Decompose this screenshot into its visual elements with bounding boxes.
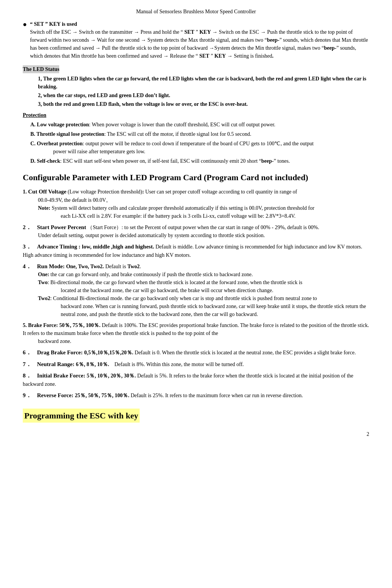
config-item-9: 9． Reverse Force: 25％, 50％, 75％, 100％. D… [23, 391, 369, 400]
protection-label-c: C. Overheat protection [30, 141, 83, 146]
config-num-3: 3． Advance Timing : low, middle ,high an… [23, 244, 154, 250]
config-num-8: 8． Initial Brake Force: 5％, 10％, 20％, 30… [23, 373, 136, 379]
config-num-4: 4． Run Mode: One, Two, Two2. [23, 263, 104, 269]
protection-label-b: B. Throttle signal lose protection [30, 131, 104, 137]
config-num-1: 1. Cut Off Voltage [23, 189, 66, 195]
led-items: 1, The green LED lights when the car go … [38, 75, 369, 108]
config-sub4-two2: located at the backward zone, the car wi… [61, 286, 369, 294]
set-key-title: “ SET ” KEY is used [30, 21, 77, 27]
config-item-2: 2． Start Power Percent （Start Force）: to… [23, 223, 369, 240]
set-key-section: ● “ SET ” KEY is used Switch off the ESC… [23, 20, 369, 60]
config-text-2: : to set the Percent of output power whe… [121, 225, 319, 230]
config-item-3: 3． Advance Timing : low, middle ,high an… [23, 242, 369, 259]
bullet-dot: ● [23, 20, 27, 29]
config-text-6: Default is 0. When the throttle stick is… [135, 350, 356, 355]
programming-section: Programming the ESC with key [23, 402, 369, 423]
config-colon-1: : [142, 189, 144, 195]
set-key-content: “ SET ” KEY is used Switch off the ESC →… [30, 20, 369, 60]
config-text-2b: Under default setting, output power is d… [38, 231, 369, 239]
config-num-7: 7． Neutral Range: 6％, 8％, 10％. [23, 361, 109, 367]
config-sub4-two: Two: Bi-directional mode, the car go for… [38, 278, 369, 294]
protection-item-c: C. Overheat protection: output power wil… [30, 140, 369, 156]
protection-item-b: B. Throttle signal lose protection: The … [30, 130, 369, 138]
config-item-4: 4． Run Mode: One, Two, Two2. Default is … [23, 262, 369, 319]
protection-text-d: : ESC will start self-test when power on… [60, 158, 290, 164]
config-text-1b: 00.0-49.9V, the default is 00.0V。 [38, 196, 369, 204]
led-item-1: 1, The green LED lights when the car go … [38, 75, 369, 91]
config-note-1: Note: System will detect battery cells a… [38, 204, 369, 220]
protection-label-d: D. Self-check [30, 158, 60, 164]
config-item-1: 1. Cut Off Voltage (Low voltage Protecti… [23, 187, 369, 220]
config-num-2: 2． Start Power Percent [23, 224, 86, 230]
led-item-3: 3, both the red and green LED flash, whe… [38, 100, 369, 108]
protection-item-a: A. Low voltage protection: When power vo… [30, 121, 369, 129]
page-number: 2 [23, 430, 369, 438]
config-text-7: Default is 8%. Within this zone, the mot… [110, 362, 244, 367]
set-key-body: Switch off the ESC → Switch on the trans… [30, 29, 368, 59]
configurable-items: 1. Cut Off Voltage (Low voltage Protecti… [23, 187, 369, 399]
config-sub-2: （Start Force） [87, 225, 121, 230]
page-title: Manual of Sensorless Brushless Motor Spe… [23, 8, 369, 16]
protection-header: Protection [23, 111, 369, 119]
config-item-5: 5. Brake Force: 50％, 75％, 100％. Default … [23, 321, 369, 345]
config-text-5b: backward zone. [38, 337, 369, 345]
config-item-7: 7． Neutral Range: 6％, 8％, 10％. Default i… [23, 360, 369, 369]
config-sub4-one: One: the car can go forward only, and br… [38, 270, 369, 278]
protection-text-c2: power will raise after temperature gets … [53, 148, 369, 156]
protection-text-b: : The ESC will cut off the motor, if thr… [104, 131, 251, 137]
config-text-9: Default is 25%. It refers to the maximum… [131, 393, 303, 398]
led-status-header: The LED Status [23, 65, 59, 73]
config-text-1: User can set proper cutoff voltage accor… [145, 189, 297, 195]
protection-item-d: D. Self-check: ESC will start self-test … [30, 157, 369, 165]
programming-heading: Programming the ESC with key [23, 409, 140, 423]
config-num-5: 5. Brake Force: 50％, 75％, 100％. [23, 322, 101, 328]
led-status-section: The LED Status 1, The green LED lights w… [23, 62, 369, 108]
config-item-6: 6． Drag Brake Force: 0,5％,10％,15％,20％. D… [23, 348, 369, 357]
config-sub4-two2b: backward zone. When car is running forwa… [61, 302, 369, 318]
config-item-8: 8． Initial Brake Force: 5％, 10％, 20％, 30… [23, 371, 369, 388]
protection-items: A. Low voltage protection: When power vo… [30, 121, 369, 165]
led-item-2: 2, when the car stops, red LED and green… [38, 91, 369, 99]
config-sub4-two2a: Two2: Conditional Bi-directional mode. t… [38, 294, 369, 318]
protection-text-a: : When power voltage is lower than the c… [89, 122, 276, 127]
config-text-4: Default is Two2. [105, 264, 141, 269]
config-num-9: 9． Reverse Force: 25％, 50％, 75％, 100％. [23, 392, 129, 398]
config-num-6: 6． Drag Brake Force: 0,5％,10％,15％,20％. [23, 349, 133, 355]
protection-text-c: : output power will be reduce to cool do… [83, 141, 314, 146]
config-note-1b: each Li-XX cell is 2.8V. For example: if… [61, 212, 369, 220]
configurable-heading: Configurable Parameter with LED Program … [23, 171, 369, 184]
protection-label-a: A. Low voltage protection [30, 122, 89, 127]
protection-section: Protection A. Low voltage protection: Wh… [23, 111, 369, 165]
config-sub-1: (Low voltage Protection threshold) [68, 189, 142, 195]
